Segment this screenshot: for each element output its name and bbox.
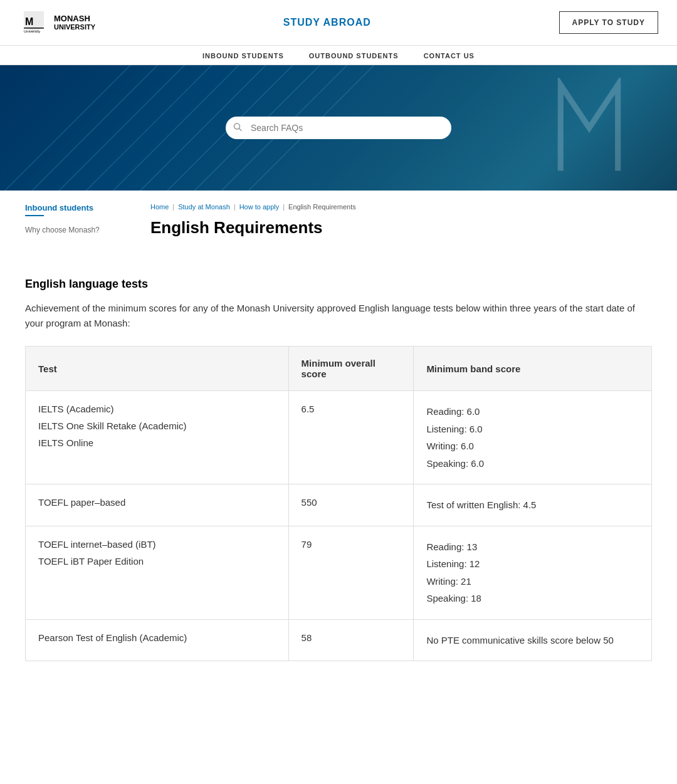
table-cell-overall-3: 58 bbox=[288, 619, 414, 661]
test-name: TOEFL iBT Paper Edition bbox=[38, 556, 276, 567]
main-content: Home | Study at Monash | How to apply | … bbox=[150, 203, 652, 253]
test-name: IELTS (Academic) bbox=[38, 404, 276, 414]
table-cell-band-1: Test of written English: 4.5 bbox=[414, 484, 652, 526]
test-name: IELTS One Skill Retake (Academic) bbox=[38, 421, 276, 431]
breadcrumb-sep-1: | bbox=[172, 203, 174, 211]
breadcrumb: Home | Study at Monash | How to apply | … bbox=[150, 203, 652, 211]
test-name: TOEFL paper–based bbox=[38, 497, 276, 508]
site-title: STUDY ABROAD bbox=[283, 17, 371, 28]
table-cell-test-0: IELTS (Academic)IELTS One Skill Retake (… bbox=[26, 391, 289, 484]
content-wrap: Inbound students Why choose Monash? Home… bbox=[0, 191, 677, 278]
band-score-detail: No PTE communicative skills score below … bbox=[426, 632, 639, 649]
table-row: TOEFL paper–based550Test of written Engl… bbox=[26, 484, 652, 526]
nav-outbound-students[interactable]: OUTBOUND STUDENTS bbox=[309, 52, 399, 60]
breadcrumb-sep-2: | bbox=[234, 203, 236, 211]
language-tests-table: Test Minimum overall score Minimum band … bbox=[25, 346, 652, 661]
apply-button[interactable]: APPLY TO STUDY bbox=[559, 11, 658, 34]
table-cell-overall-2: 79 bbox=[288, 526, 414, 619]
search-bar-container bbox=[226, 117, 451, 139]
table-cell-test-3: Pearson Test of English (Academic) bbox=[26, 619, 289, 661]
band-score-detail: Test of written English: 4.5 bbox=[426, 497, 639, 513]
band-score-detail: Reading: 13 bbox=[426, 539, 639, 555]
th-test: Test bbox=[26, 347, 289, 391]
table-row: Pearson Test of English (Academic)58No P… bbox=[26, 619, 652, 661]
sidebar-link-why-monash[interactable]: Why choose Monash? bbox=[25, 226, 100, 234]
header: M University MONASH University STUDY ABR… bbox=[0, 0, 677, 46]
th-band-score: Minimum band score bbox=[414, 347, 652, 391]
band-score-detail: Listening: 6.0 bbox=[426, 421, 639, 437]
band-score-detail: Reading: 6.0 bbox=[426, 404, 639, 420]
svg-line-8 bbox=[108, 65, 244, 191]
test-name: TOEFL internet–based (iBT) bbox=[38, 539, 276, 550]
breadcrumb-current: English Requirements bbox=[288, 203, 356, 211]
band-score-detail: Writing: 6.0 bbox=[426, 438, 639, 454]
logo-text: MONASH University bbox=[54, 14, 95, 32]
test-name: IELTS Online bbox=[38, 437, 276, 448]
intro-paragraph: Achievement of the minimum scores for an… bbox=[25, 301, 652, 331]
breadcrumb-study-at-monash[interactable]: Study at Monash bbox=[178, 203, 230, 211]
table-cell-band-3: No PTE communicative skills score below … bbox=[414, 619, 652, 661]
table-cell-band-2: Reading: 13Listening: 12Writing: 21Speak… bbox=[414, 526, 652, 619]
svg-text:M: M bbox=[25, 16, 33, 27]
svg-line-7 bbox=[81, 65, 217, 191]
sidebar: Inbound students Why choose Monash? bbox=[25, 203, 150, 253]
table-header-row: Test Minimum overall score Minimum band … bbox=[26, 347, 652, 391]
table-cell-test-2: TOEFL internet–based (iBT)TOEFL iBT Pape… bbox=[26, 526, 289, 619]
table-cell-test-1: TOEFL paper–based bbox=[26, 484, 289, 526]
svg-line-5 bbox=[27, 65, 162, 191]
table-cell-overall-0: 6.5 bbox=[288, 391, 414, 484]
logo-area: M University MONASH University bbox=[19, 8, 95, 38]
band-score-detail: Listening: 12 bbox=[426, 556, 639, 572]
nav-bar: INBOUND STUDENTS OUTBOUND STUDENTS CONTA… bbox=[0, 46, 677, 65]
table-row: IELTS (Academic)IELTS One Skill Retake (… bbox=[26, 391, 652, 484]
svg-rect-2 bbox=[24, 28, 44, 29]
band-score-detail: Speaking: 6.0 bbox=[426, 456, 639, 472]
svg-line-6 bbox=[54, 65, 189, 191]
svg-line-4 bbox=[0, 65, 135, 191]
sidebar-divider bbox=[25, 215, 44, 216]
page-title: English Requirements bbox=[150, 218, 652, 238]
svg-line-15 bbox=[239, 128, 242, 131]
svg-text:University: University bbox=[24, 29, 40, 33]
breadcrumb-how-to-apply[interactable]: How to apply bbox=[239, 203, 280, 211]
search-input[interactable] bbox=[226, 117, 451, 139]
monash-logo-icon: M University bbox=[19, 8, 49, 38]
search-icon bbox=[233, 123, 242, 133]
full-width-section: English language tests Achievement of th… bbox=[0, 278, 677, 661]
hero-m-watermark bbox=[552, 78, 627, 178]
breadcrumb-sep-3: | bbox=[283, 203, 285, 211]
hero-banner bbox=[0, 65, 677, 191]
nav-inbound-students[interactable]: INBOUND STUDENTS bbox=[202, 52, 284, 60]
nav-contact-us[interactable]: CONTACT US bbox=[424, 52, 475, 60]
section-title-lang-tests: English language tests bbox=[25, 278, 652, 291]
band-score-detail: Speaking: 18 bbox=[426, 590, 639, 607]
th-overall-score: Minimum overall score bbox=[288, 347, 414, 391]
test-name: Pearson Test of English (Academic) bbox=[38, 632, 276, 643]
band-score-detail: Writing: 21 bbox=[426, 573, 639, 590]
table-cell-band-0: Reading: 6.0Listening: 6.0Writing: 6.0Sp… bbox=[414, 391, 652, 484]
table-row: TOEFL internet–based (iBT)TOEFL iBT Pape… bbox=[26, 526, 652, 619]
breadcrumb-home[interactable]: Home bbox=[150, 203, 169, 211]
sidebar-title: Inbound students bbox=[25, 203, 138, 212]
table-cell-overall-1: 550 bbox=[288, 484, 414, 526]
